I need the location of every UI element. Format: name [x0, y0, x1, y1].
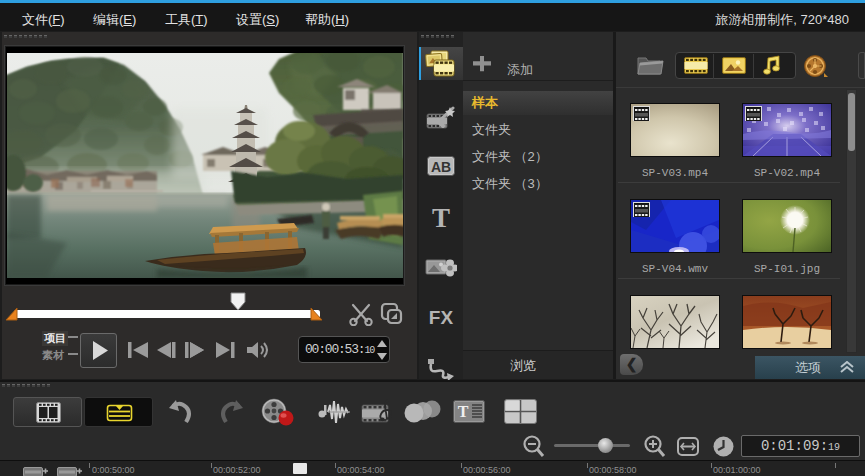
svg-text:FX: FX	[429, 307, 454, 327]
svg-text:AB: AB	[431, 159, 451, 175]
svg-text:T: T	[432, 205, 450, 229]
svg-text:T: T	[458, 403, 469, 420]
